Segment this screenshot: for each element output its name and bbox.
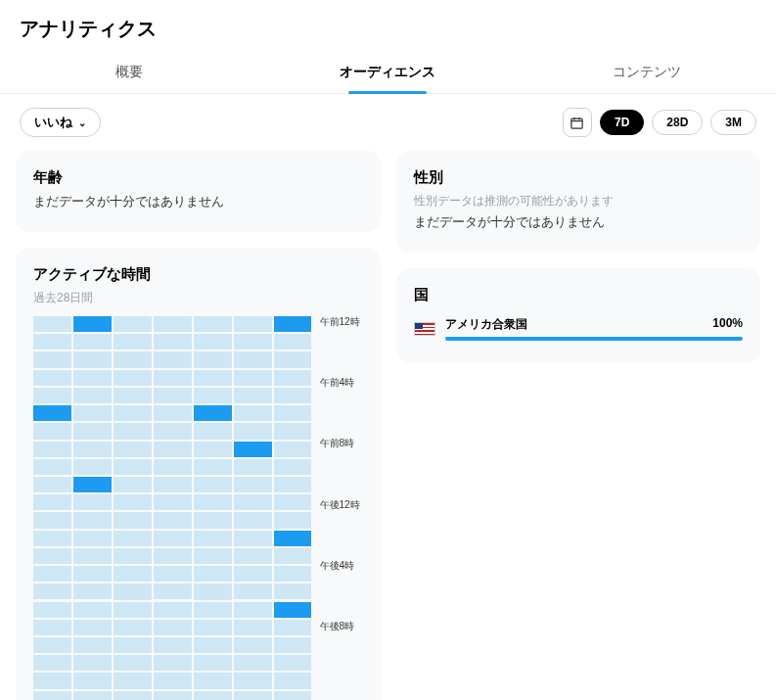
heatmap-cell — [234, 655, 272, 671]
heatmap-cell — [154, 583, 192, 599]
heatmap-cell — [234, 494, 272, 510]
heatmap-cell — [73, 566, 112, 582]
heatmap-cell — [114, 566, 152, 582]
heatmap-cell — [73, 512, 112, 528]
heatmap-cell — [73, 351, 112, 367]
heatmap-cell — [274, 351, 312, 367]
heatmap-cell — [274, 405, 312, 421]
heatmap-cell — [194, 620, 232, 635]
metric-filter[interactable]: いいね ⌄ — [20, 108, 101, 137]
active-sub: 過去28日間 — [33, 290, 363, 306]
country-bar — [445, 337, 744, 341]
heatmap-cell — [73, 691, 112, 700]
heatmap-cell — [234, 388, 272, 403]
heatmap-cell — [154, 405, 192, 421]
range-28d[interactable]: 28D — [652, 110, 703, 135]
heatmap-cell — [154, 442, 192, 457]
heatmap-cell — [194, 583, 232, 599]
heatmap-cell — [274, 442, 312, 457]
heatmap-hour-labels: 午前12時午前4時午前8時午後12時午後4時午後8時 — [318, 316, 363, 700]
heatmap-cell — [274, 316, 312, 332]
heatmap-cell — [274, 673, 312, 688]
heatmap-cell — [33, 370, 71, 386]
heatmap-cell — [194, 531, 232, 546]
heatmap-cell — [114, 477, 152, 492]
heatmap-cell — [33, 655, 71, 671]
heatmap-cell — [114, 459, 152, 475]
heatmap-cell — [73, 673, 112, 688]
heatmap-cell — [274, 512, 312, 528]
range-3m[interactable]: 3M — [710, 110, 756, 135]
heatmap-cell — [194, 334, 232, 350]
country-name: アメリカ合衆国 — [445, 316, 527, 333]
tab-content[interactable]: コンテンツ — [518, 50, 776, 93]
country-row: アメリカ合衆国 100% — [414, 316, 744, 341]
heatmap-cell — [73, 388, 112, 403]
heatmap-cell — [274, 334, 312, 350]
heatmap-cell — [114, 673, 152, 688]
heatmap-cell — [194, 494, 232, 510]
heatmap-cell — [274, 459, 312, 475]
heatmap-cell — [33, 405, 71, 421]
svg-rect-0 — [571, 118, 582, 128]
age-message: まだデータが十分ではありません — [33, 193, 363, 210]
heatmap-cell — [274, 566, 312, 582]
tab-overview[interactable]: 概要 — [0, 50, 258, 93]
heatmap-cell — [234, 351, 272, 367]
page-title: アナリティクス — [20, 16, 756, 42]
heatmap-cell — [194, 691, 232, 700]
heatmap-cell — [154, 566, 192, 582]
heatmap-cell — [274, 620, 312, 635]
heatmap-cell — [154, 494, 192, 510]
heatmap-cell — [194, 459, 232, 475]
heatmap-cell — [114, 370, 152, 386]
heatmap-cell — [114, 602, 152, 618]
heatmap-cell — [234, 459, 272, 475]
heatmap-cell — [114, 494, 152, 510]
heatmap-cell — [73, 548, 112, 564]
active-times-card: アクティブな時間 過去28日間 午前12時午前4時午前8時午後12時午後4時午後… — [16, 248, 381, 700]
heatmap-cell — [154, 637, 192, 653]
heatmap-cell — [194, 602, 232, 618]
heatmap-cell — [73, 316, 112, 332]
calendar-button[interactable] — [563, 108, 592, 137]
heatmap-cell — [154, 334, 192, 350]
heatmap-cell — [234, 548, 272, 564]
heatmap-cell — [73, 602, 112, 618]
heatmap-cell — [274, 655, 312, 671]
heatmap-cell — [234, 370, 272, 386]
heatmap-cell — [154, 316, 192, 332]
heatmap-cell — [73, 459, 112, 475]
heatmap-cell — [33, 334, 71, 350]
chevron-down-icon: ⌄ — [78, 117, 86, 128]
heatmap-cell — [194, 655, 232, 671]
heatmap-cell — [73, 655, 112, 671]
heatmap-cell — [274, 477, 312, 492]
heatmap-cell — [33, 673, 71, 688]
gender-title: 性別 — [414, 168, 744, 187]
calendar-icon — [570, 116, 584, 130]
heatmap-cell — [114, 531, 152, 546]
heatmap-cell — [274, 423, 312, 439]
heatmap-cell — [274, 637, 312, 653]
heatmap-cell — [114, 637, 152, 653]
heatmap-cell — [114, 548, 152, 564]
heatmap-cell — [194, 566, 232, 582]
heatmap-cell — [114, 620, 152, 635]
heatmap-cell — [114, 655, 152, 671]
heatmap-cell — [73, 370, 112, 386]
heatmap-cell — [154, 602, 192, 618]
heatmap-cell — [73, 442, 112, 457]
heatmap-cell — [73, 423, 112, 439]
heatmap-cell — [234, 566, 272, 582]
tab-audience[interactable]: オーディエンス — [258, 50, 517, 93]
heatmap-cell — [234, 512, 272, 528]
heatmap-cell — [33, 351, 71, 367]
heatmap-cell — [73, 405, 112, 421]
heatmap-cell — [194, 423, 232, 439]
heatmap-cell — [73, 334, 112, 350]
range-7d[interactable]: 7D — [600, 110, 644, 135]
heatmap-cell — [114, 423, 152, 439]
heatmap-cell — [234, 477, 272, 492]
heatmap-cell — [234, 442, 272, 457]
